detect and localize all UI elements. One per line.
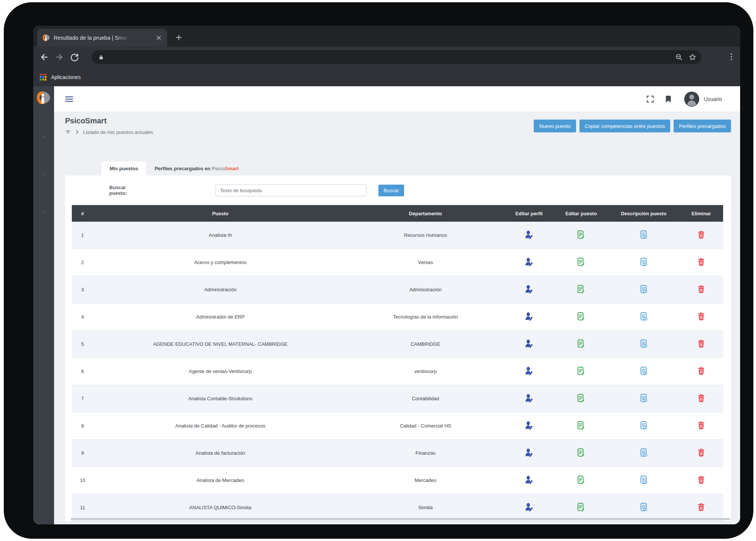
apps-grid-icon[interactable] [40, 74, 46, 81]
edit-position-icon[interactable] [576, 393, 586, 403]
sidebar-item-icon[interactable] [42, 173, 45, 176]
table-body: 1 Analista rh Recursos Humanos [72, 222, 723, 521]
edit-profile-icon[interactable] [525, 339, 534, 348]
hamburger-menu-icon[interactable] [64, 94, 74, 104]
position-description-icon[interactable] [639, 448, 648, 457]
edit-profile-icon[interactable] [525, 312, 534, 321]
edit-position-icon[interactable] [576, 257, 586, 266]
delete-icon[interactable] [697, 475, 706, 484]
edit-profile-icon[interactable] [525, 257, 534, 266]
tab-mis-puestos[interactable]: Mis puestos [101, 162, 146, 176]
browser-window: Resultado de la prueba | Smart [33, 26, 740, 524]
lock-icon[interactable] [98, 54, 104, 61]
horizontal-scrollbar[interactable] [71, 518, 730, 520]
browser-tab-strip: Resultado de la prueba | Smart [33, 26, 740, 47]
delete-icon[interactable] [697, 366, 706, 375]
copiar-competencias-button[interactable]: Copiar competencias entre puestos [579, 120, 670, 132]
fullscreen-icon[interactable] [646, 95, 655, 104]
bookmarks-bar: Aplicaciones [33, 67, 740, 86]
nuevo-puesto-button[interactable]: Nuevo puesto [534, 120, 576, 132]
delete-icon[interactable] [697, 448, 706, 457]
edit-position-icon[interactable] [576, 230, 586, 239]
edit-profile-icon[interactable] [525, 230, 534, 239]
table-row: 2 Aceros y complementos Ventas [72, 249, 723, 276]
delete-icon[interactable] [697, 339, 706, 348]
position-description-icon[interactable] [639, 475, 648, 484]
position-description-icon[interactable] [639, 230, 648, 239]
cell-num: 6 [72, 368, 93, 374]
position-description-icon[interactable] [639, 339, 648, 348]
filter-icon[interactable] [65, 129, 71, 135]
edit-profile-icon[interactable] [525, 448, 534, 457]
cell-num: 10 [72, 477, 93, 483]
table-row: 6 Agente de ventas-Veritivcorp veritivco… [72, 358, 723, 385]
position-description-icon[interactable] [639, 312, 648, 321]
edit-profile-icon[interactable] [525, 284, 534, 294]
cell-departamento: Administración [347, 287, 504, 292]
edit-position-icon[interactable] [576, 475, 586, 484]
edit-position-icon[interactable] [576, 366, 586, 375]
search-button[interactable]: Buscar [378, 185, 404, 196]
psicosmart-logo-icon[interactable] [36, 91, 51, 105]
edit-profile-icon[interactable] [525, 475, 534, 484]
table-row: 1 Analista rh Recursos Humanos [72, 222, 723, 249]
tab-close-icon[interactable] [155, 34, 163, 42]
table-row: 10 Analista de Mercadeo Mercadeo [72, 467, 723, 494]
tab-perfiles-precargados[interactable]: Perfiles precargados en PsicoSmart [146, 162, 247, 176]
browser-menu-icon[interactable] [727, 52, 736, 62]
perfiles-precargados-button[interactable]: Perfiles precargados [674, 120, 731, 132]
address-bar[interactable] [92, 50, 701, 64]
delete-icon[interactable] [697, 421, 706, 430]
edit-position-icon[interactable] [576, 502, 586, 511]
edit-position-icon[interactable] [576, 339, 586, 348]
cell-num: 3 [72, 287, 93, 292]
position-description-icon[interactable] [639, 257, 648, 266]
cell-num: 5 [72, 341, 93, 347]
position-description-icon[interactable] [639, 284, 648, 294]
delete-icon[interactable] [697, 312, 706, 321]
delete-icon[interactable] [697, 502, 706, 511]
cell-puesto: Aceros y complementos [93, 260, 347, 265]
cell-num: 4 [72, 314, 93, 320]
edit-profile-icon[interactable] [525, 393, 534, 403]
search-label: Buscar puesto: [109, 185, 144, 196]
search-input[interactable] [215, 184, 367, 196]
breadcrumb-label: Listado de mis puestos actuales [83, 129, 153, 135]
edit-position-icon[interactable] [576, 421, 586, 430]
edit-profile-icon[interactable] [525, 366, 534, 375]
edit-position-icon[interactable] [576, 312, 586, 321]
delete-icon[interactable] [697, 257, 706, 266]
delete-icon[interactable] [697, 284, 706, 294]
edit-position-icon[interactable] [576, 284, 586, 294]
edit-position-icon[interactable] [576, 448, 586, 457]
bookmark-star-icon[interactable] [688, 53, 697, 61]
position-description-icon[interactable] [639, 502, 648, 511]
browser-tab[interactable]: Resultado de la prueba | Smart [37, 29, 167, 47]
sidebar-item-icon[interactable] [42, 211, 45, 214]
new-tab-button[interactable] [172, 31, 185, 44]
app-main: Usuario PsicoSmart [54, 86, 740, 524]
bookmark-aplicaciones[interactable]: Aplicaciones [51, 74, 81, 80]
sidebar-item-icon[interactable] [42, 135, 45, 138]
search-row: Buscar puesto: Buscar [65, 176, 731, 205]
page-actions: Nuevo puesto Copiar competencias entre p… [534, 120, 731, 132]
back-icon[interactable] [39, 52, 49, 62]
edit-profile-icon[interactable] [525, 502, 534, 511]
edit-profile-icon[interactable] [525, 421, 534, 430]
forward-icon[interactable] [54, 52, 64, 62]
cell-departamento: veritivcorp [347, 368, 504, 374]
reload-icon[interactable] [70, 52, 79, 62]
delete-icon[interactable] [697, 230, 706, 239]
user-avatar[interactable] [684, 92, 699, 107]
bookmark-icon[interactable] [664, 95, 673, 104]
zoom-out-icon[interactable] [675, 53, 683, 61]
position-description-icon[interactable] [639, 421, 648, 430]
col-editar-perfil: Editar perfil [503, 211, 554, 216]
cell-departamento: Tecnologías de la información [347, 314, 504, 320]
col-num: # [72, 211, 93, 216]
position-description-icon[interactable] [639, 366, 648, 375]
position-description-icon[interactable] [639, 393, 648, 403]
tab-title: Resultado de la prueba | Smart [54, 35, 129, 41]
delete-icon[interactable] [697, 393, 706, 403]
table-row: 9 Analista de facturación Finanzas [72, 440, 723, 467]
